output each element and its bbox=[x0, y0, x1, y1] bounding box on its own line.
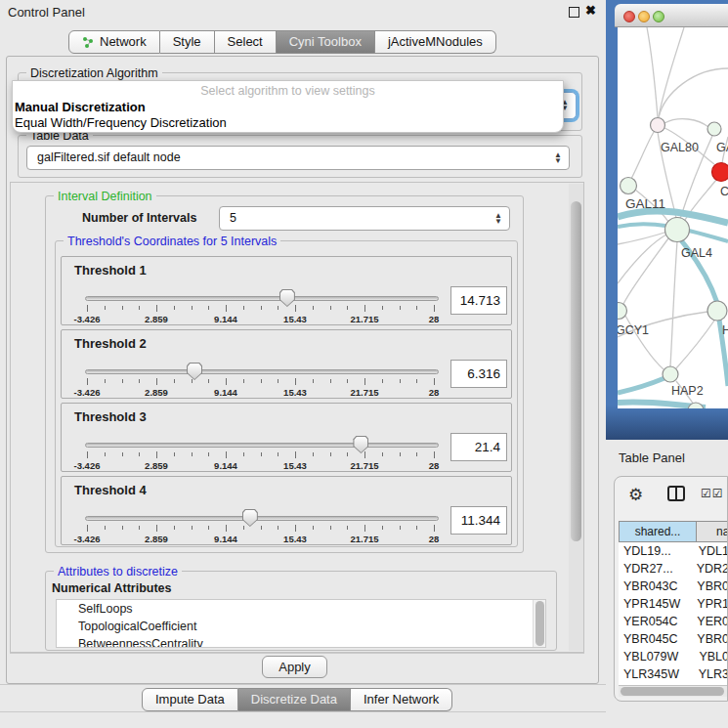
list-scrollbar[interactable] bbox=[533, 600, 545, 647]
table-panel-title: Table Panel bbox=[619, 450, 685, 465]
tab-discretize-data[interactable]: Discretize Data bbox=[238, 688, 351, 711]
tab-jactivemnodules[interactable]: jActiveMNodules bbox=[375, 30, 496, 54]
table-row[interactable]: YBL079WYBL0 bbox=[619, 648, 728, 665]
threshold-value-field[interactable]: 21.4 bbox=[450, 433, 507, 461]
scrollbar-thumb[interactable] bbox=[571, 201, 581, 541]
number-of-intervals-value: 5 bbox=[230, 211, 236, 225]
threshold-slider[interactable]: -3.4262.8599.14415.4321.71528 bbox=[85, 512, 439, 545]
slider-thumb[interactable] bbox=[353, 436, 368, 453]
slider-track[interactable] bbox=[85, 296, 439, 301]
table-data-value: galFiltered.sif default node bbox=[37, 150, 181, 164]
cell-shared-name[interactable]: YDR27... bbox=[619, 560, 689, 578]
tick-label: 21.715 bbox=[350, 460, 378, 471]
split-columns-icon[interactable] bbox=[667, 486, 685, 501]
minimize-traffic-light[interactable] bbox=[638, 11, 650, 22]
threshold-slider[interactable]: -3.4262.8599.14415.4321.71528 bbox=[85, 439, 439, 472]
tick-mark bbox=[400, 306, 401, 310]
cell-shared-name[interactable]: YDL19... bbox=[619, 542, 691, 560]
apply-button[interactable]: Apply bbox=[262, 656, 327, 678]
slider-thumb[interactable] bbox=[279, 289, 295, 307]
dropdown-option-equal-width[interactable]: Equal Width/Frequency Discretization bbox=[15, 115, 227, 130]
float-window-icon[interactable] bbox=[569, 7, 579, 18]
tab-select[interactable]: Select bbox=[215, 30, 277, 54]
threshold-value-field[interactable]: 6.316 bbox=[450, 360, 507, 388]
threshold-label: Threshold 2 bbox=[74, 336, 147, 351]
cell-shared-name[interactable]: YBR043C bbox=[619, 578, 689, 595]
cell-name[interactable]: YDL1 bbox=[691, 542, 728, 560]
attribute-items: SelfLoopsTopologicalCoefficientBetweenne… bbox=[57, 600, 545, 648]
cell-name[interactable]: YPR1 bbox=[689, 595, 728, 613]
table-row[interactable]: YDL19...YDL1 bbox=[619, 542, 728, 560]
slider-thumb[interactable] bbox=[242, 509, 258, 527]
threshold-value-field[interactable]: 14.713 bbox=[450, 286, 507, 315]
slider-track[interactable] bbox=[85, 516, 439, 521]
slider-thumb[interactable] bbox=[187, 363, 202, 380]
close-traffic-light[interactable] bbox=[623, 11, 635, 22]
table-row[interactable]: YER054CYER0 bbox=[619, 613, 728, 630]
slider-track[interactable] bbox=[85, 369, 439, 374]
tick-mark bbox=[278, 306, 278, 310]
zoom-traffic-light[interactable] bbox=[653, 11, 664, 22]
table-row[interactable]: YPR145WYPR1 bbox=[619, 595, 728, 613]
network-window-titlebar[interactable] bbox=[615, 4, 728, 27]
tick-mark bbox=[105, 526, 106, 530]
number-of-intervals-combobox[interactable]: 5 ▲▼ bbox=[219, 206, 510, 231]
tick-mark bbox=[330, 379, 331, 383]
table-data-combobox[interactable]: galFiltered.sif default node ▲▼ bbox=[26, 146, 570, 170]
cell-shared-name[interactable]: YBL079W bbox=[619, 648, 691, 665]
attribute-item[interactable]: BetweennessCentrality bbox=[57, 635, 545, 648]
node-h[interactable] bbox=[707, 301, 727, 321]
cell-name[interactable]: YER0 bbox=[689, 613, 728, 630]
select-columns-icons[interactable]: ☑☑ bbox=[701, 487, 724, 500]
network-canvas[interactable]: GAL80 GA C GAL11 GAL4 GCY1 H HAP2 bbox=[618, 27, 728, 408]
threshold-slider[interactable]: -3.4262.8599.14415.4321.71528 bbox=[85, 365, 439, 399]
column-header-shared-name[interactable]: shared... bbox=[619, 521, 697, 542]
node-gal4[interactable] bbox=[665, 218, 690, 242]
scrollbar-thumb[interactable] bbox=[535, 601, 544, 646]
cell-name[interactable]: YLR3 bbox=[691, 665, 728, 683]
node-clipped-right[interactable] bbox=[707, 122, 721, 136]
tab-cyni-toolbox[interactable]: Cyni Toolbox bbox=[277, 30, 375, 54]
close-icon[interactable]: ✖ bbox=[585, 3, 596, 18]
tab-style[interactable]: Style bbox=[160, 30, 215, 54]
dropdown-option-manual[interactable]: Manual Discretization bbox=[15, 100, 146, 114]
node-red-selected[interactable] bbox=[712, 163, 728, 182]
threshold-slider[interactable]: -3.4262.8599.14415.4321.71528 bbox=[85, 292, 439, 325]
cell-shared-name[interactable]: YLR345W bbox=[619, 665, 691, 683]
cell-name[interactable]: YDR2 bbox=[689, 560, 728, 578]
node-label: GA bbox=[716, 141, 728, 154]
tick-mark bbox=[192, 452, 193, 456]
horizontal-scrollbar[interactable] bbox=[619, 685, 728, 697]
cell-name[interactable]: YBR0 bbox=[689, 630, 728, 648]
network-icon bbox=[82, 36, 95, 49]
network-view-window[interactable]: GAL80 GA C GAL11 GAL4 GCY1 H HAP2 bbox=[606, 0, 728, 440]
table-row[interactable]: YBR043CYBR0 bbox=[619, 578, 728, 595]
tick-mark bbox=[347, 452, 348, 456]
scrollbar-thumb[interactable] bbox=[621, 687, 724, 696]
cell-name[interactable]: YBR0 bbox=[689, 578, 728, 595]
table-row[interactable]: YDR27...YDR2 bbox=[619, 560, 728, 578]
numerical-attributes-list[interactable]: SelfLoopsTopologicalCoefficientBetweenne… bbox=[56, 599, 546, 648]
cell-shared-name[interactable]: YBR045C bbox=[619, 630, 689, 648]
tab-infer-network[interactable]: Infer Network bbox=[351, 688, 452, 711]
cell-name[interactable]: YBL0 bbox=[691, 648, 728, 665]
attribute-item[interactable]: SelfLoops bbox=[57, 600, 545, 618]
column-header-name[interactable]: na bbox=[697, 521, 728, 542]
node-gal80[interactable] bbox=[651, 118, 665, 133]
tab-impute-data[interactable]: Impute Data bbox=[142, 688, 238, 711]
node-hap2[interactable] bbox=[663, 366, 678, 382]
tick-mark bbox=[347, 379, 348, 383]
threshold-value-field[interactable]: 11.344 bbox=[450, 506, 507, 535]
tick-mark bbox=[416, 526, 417, 530]
table-row[interactable]: YBR045CYBR0 bbox=[619, 630, 728, 648]
tick-mark bbox=[192, 379, 193, 383]
table-row[interactable]: YLR345WYLR3 bbox=[619, 665, 728, 683]
attribute-item[interactable]: TopologicalCoefficient bbox=[57, 618, 545, 635]
gear-icon[interactable]: ⚙ bbox=[628, 485, 643, 505]
vertical-scrollbar[interactable] bbox=[569, 184, 583, 651]
node-gal11[interactable] bbox=[621, 178, 637, 194]
tab-network[interactable]: Network bbox=[68, 30, 160, 54]
slider-track[interactable] bbox=[85, 443, 439, 448]
cell-shared-name[interactable]: YER054C bbox=[619, 613, 689, 630]
cell-shared-name[interactable]: YPR145W bbox=[619, 595, 689, 613]
